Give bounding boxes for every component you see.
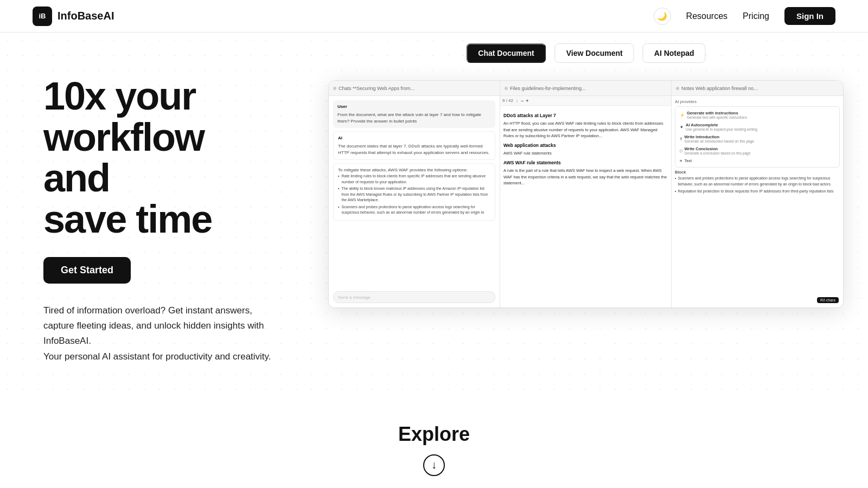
- doc-toolbar: 9 / 42 | − +: [500, 96, 671, 106]
- hero-section: 10x your workflow and save time Get Star…: [0, 33, 868, 397]
- chat-topbar-text: Chats **Securing Web Apps from...: [339, 86, 495, 91]
- notepad-panel: Notes Web application firewall no... AI …: [672, 81, 843, 307]
- doc-heading-3: AWS WAF rule statements: [503, 159, 668, 166]
- doc-heading-1: DDoS attacks at Layer 7: [503, 112, 668, 119]
- dark-mode-toggle[interactable]: 🌙: [654, 8, 671, 25]
- explore-section: Explore ↓: [0, 397, 868, 488]
- rai-badge: R/I chars: [817, 297, 839, 303]
- notepad-intro: AI provides: [675, 99, 840, 104]
- doc-panel-topbar: Files guidelines-for-implementing...: [500, 81, 671, 96]
- tab-ai-notepad[interactable]: AI Notepad: [643, 43, 706, 63]
- hero-title: 10x your workflow and save time: [43, 76, 271, 240]
- topbar-dot: [505, 87, 508, 90]
- tab-chat-document[interactable]: Chat Document: [466, 43, 546, 63]
- notepad-bullet-1: Scanners and probes protections to parse…: [675, 176, 840, 188]
- notepad-panel-content: AI provides ⚡ Generate with instructions…: [672, 96, 843, 199]
- logo-icon: iB: [33, 7, 52, 26]
- doc-text-1: DDoS attacks at Layer 7 An HTTP flood, y…: [503, 112, 668, 139]
- chat-bullet-3: Scanners and probes protections to parse…: [338, 204, 490, 216]
- notepad-menu-item-2[interactable]: T Write Introduction Generate an introdu…: [675, 133, 839, 145]
- notepad-text: Scanners and probes protections to parse…: [675, 176, 840, 195]
- doc-panel-content: DDoS attacks at Layer 7 An HTTP flood, y…: [500, 109, 671, 192]
- notepad-bullet-2: Reputation list protection to block requ…: [675, 189, 840, 195]
- preview-tabs: Chat Document View Document AI Notepad: [466, 43, 705, 63]
- doc-topbar-text: Files guidelines-for-implementing...: [510, 86, 667, 91]
- sign-in-button[interactable]: Sign In: [784, 7, 835, 25]
- logo[interactable]: iB InfoBaseAI: [33, 7, 114, 26]
- nav-link-resources[interactable]: Resources: [686, 11, 727, 21]
- notepad-menu-label-3: Write Conclusion: [685, 146, 751, 151]
- notepad-block-label: Block: [675, 170, 840, 175]
- chat-bullet-2: The ability to block known malicious IP …: [338, 186, 490, 203]
- nav-right: 🌙 Resources Pricing Sign In: [654, 7, 835, 25]
- tab-view-document[interactable]: View Document: [555, 43, 634, 63]
- notepad-menu-item-1[interactable]: ✦ AI Autocomplete Use general AI to expa…: [675, 121, 839, 133]
- notepad-panel-topbar: Notes Web application firewall no...: [672, 81, 843, 96]
- doc-text-2: Web application attacks AWS WAF rule sta…: [503, 142, 668, 157]
- notepad-topbar-text: Notes Web application firewall no...: [681, 86, 839, 91]
- notepad-menu: ⚡ Generate with instructions Generate te…: [675, 106, 840, 168]
- chat-ai-message-2: To mitigate these attacks, AWS WAF provi…: [333, 163, 495, 221]
- logo-text: InfoBaseAI: [58, 10, 114, 22]
- doc-zoom-in[interactable]: +: [526, 98, 528, 104]
- chat-bullet-1: Rate limiting rules to block clients fro…: [338, 174, 490, 185]
- hero-left: 10x your workflow and save time Get Star…: [0, 33, 304, 397]
- document-panel: Files guidelines-for-implementing... 9 /…: [500, 81, 672, 307]
- doc-heading-2: Web application attacks: [503, 142, 668, 149]
- notepad-menu-item-3[interactable]: □ Write Conclusion Generate a conclusion…: [675, 145, 839, 157]
- doc-page-num: 9 / 42: [502, 98, 513, 103]
- navbar: iB InfoBaseAI 🌙 Resources Pricing Sign I…: [0, 0, 868, 33]
- chat-panel-topbar: Chats **Securing Web Apps from...: [329, 81, 500, 96]
- explore-scroll-icon[interactable]: ↓: [423, 454, 445, 476]
- nav-link-pricing[interactable]: Pricing: [743, 11, 769, 21]
- chat-panel-content: User From the document, what are the att…: [329, 96, 500, 228]
- doc-zoom-out[interactable]: −: [521, 98, 524, 104]
- hero-description: Tired of information overload? Get insta…: [43, 303, 271, 364]
- hero-right: Chat Document View Document AI Notepad C…: [304, 33, 868, 397]
- explore-title: Explore: [398, 423, 470, 446]
- topbar-dot: [333, 87, 336, 90]
- chat-panel: Chats **Securing Web Apps from... User F…: [329, 81, 500, 307]
- get-started-button[interactable]: Get Started: [43, 257, 131, 284]
- notepad-menu-label-1: AI Autocomplete: [686, 123, 757, 127]
- topbar-dot: [676, 87, 679, 90]
- chat-input-bar[interactable]: Send a message: [333, 291, 495, 303]
- notepad-menu-label-0: Generate with instructions: [687, 111, 747, 115]
- notepad-menu-label-2: Write Introduction: [685, 134, 754, 139]
- chat-ai-message-1: AI The document states that at layer 7, …: [333, 131, 495, 160]
- notepad-menu-item-4[interactable]: ≡ Text: [675, 157, 839, 165]
- notepad-menu-item-0[interactable]: ⚡ Generate with instructions Generate te…: [675, 109, 839, 121]
- chat-user-message: User From the document, what are the att…: [333, 100, 495, 128]
- preview-container: Chats **Securing Web Apps from... User F…: [328, 80, 844, 308]
- doc-text-3: AWS WAF rule statements A rule is the pa…: [503, 159, 668, 187]
